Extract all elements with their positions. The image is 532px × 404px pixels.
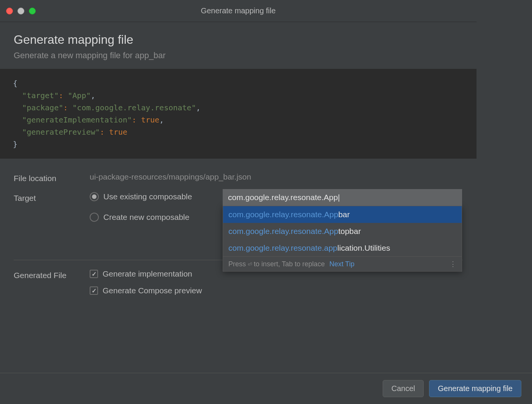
titlebar: Generate mapping file	[0, 0, 477, 22]
autocomplete-item[interactable]: com.google.relay.resonate.Apptopbar	[223, 223, 462, 240]
checkbox-icon	[90, 286, 98, 295]
radio-label: Use existing composable	[103, 192, 192, 201]
form: File location ui-package-resources/mappi…	[14, 159, 463, 303]
checkbox-icon	[90, 270, 98, 278]
json-key: "generatePreview"	[22, 127, 100, 137]
autocomplete-item[interactable]: com.google.relay.resonate.application.Ut…	[223, 240, 462, 256]
minimize-window-button[interactable]	[17, 8, 24, 14]
checkbox-generate-preview[interactable]: Generate Compose preview	[90, 286, 463, 295]
next-tip-link[interactable]: Next Tip	[329, 260, 355, 268]
checkbox-label: Generate implementation	[103, 269, 192, 278]
checkbox-label: Generate Compose preview	[103, 286, 202, 295]
autocomplete-item[interactable]: com.google.relay.resonate.Appbar	[223, 206, 462, 223]
radio-icon	[90, 192, 99, 201]
dialog-heading: Generate mapping file	[14, 33, 463, 47]
target-label: Target	[14, 192, 90, 203]
window-title: Generate mapping file	[201, 6, 276, 15]
json-preview: { "target": "App", "package": "com.googl…	[0, 69, 477, 159]
autocomplete-popup: com.google.relay.resonate.Appbar com.goo…	[223, 206, 462, 272]
json-key: "target"	[22, 91, 59, 100]
maximize-window-button[interactable]	[29, 8, 36, 14]
enter-key-icon: ⏎	[248, 260, 252, 268]
target-row: Target Use existing composable Create ne…	[14, 192, 463, 233]
radio-icon	[90, 213, 99, 222]
kebab-menu-icon[interactable]: ⋮	[450, 260, 456, 268]
generated-file-row: Generated File Generate implementation G…	[14, 269, 463, 303]
autocomplete-footer: Press ⏎ to insert, Tab to replace Next T…	[223, 256, 462, 271]
file-location-value: ui-package-resources/mappings/app_bar.js…	[90, 172, 463, 181]
dialog-subtitle: Generate a new mapping file for app_bar	[14, 51, 463, 60]
dialog-content: Generate mapping file Generate a new map…	[0, 22, 477, 303]
json-key: "generateImplementation"	[22, 115, 132, 124]
target-input[interactable]	[223, 189, 462, 206]
radio-label: Create new composable	[103, 213, 189, 222]
generated-file-label: Generated File	[14, 269, 90, 280]
window-controls	[6, 8, 36, 14]
target-autocomplete: com.google.relay.resonate.Appbar com.goo…	[223, 189, 462, 272]
file-location-label: File location	[14, 172, 90, 183]
file-location-row: File location ui-package-resources/mappi…	[14, 172, 463, 183]
close-window-button[interactable]	[6, 8, 13, 14]
json-key: "package"	[22, 103, 63, 112]
